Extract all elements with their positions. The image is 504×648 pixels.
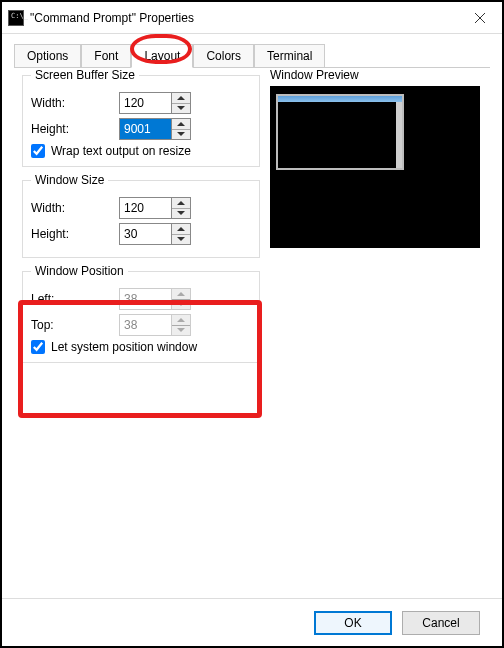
checkbox-auto-position[interactable]: Let system position window [31,340,251,354]
input-buffer-height[interactable] [119,118,171,140]
label-auto: Let system position window [51,340,197,354]
spinner-up-icon[interactable] [172,224,190,234]
tab-terminal[interactable]: Terminal [254,44,325,67]
spinner-buffer-height[interactable] [119,118,191,140]
checkbox-wrap-input[interactable] [31,144,45,158]
ok-button[interactable]: OK [314,611,392,635]
input-buffer-width[interactable] [119,92,171,114]
command-prompt-icon [8,10,24,26]
close-button[interactable] [458,2,502,33]
cancel-button[interactable]: Cancel [402,611,480,635]
input-winsize-height[interactable] [119,223,171,245]
label-winsize-height: Height: [31,227,119,241]
legend-winpos: Window Position [31,264,128,278]
spinner-up-icon[interactable] [172,119,190,129]
label-buffer-height: Height: [31,122,119,136]
spinner-down-icon[interactable] [172,129,190,140]
spinner-winpos-left [119,288,191,310]
group-window-position: Window Position Left: Top: [22,264,260,363]
preview-console-window [276,94,404,170]
input-winpos-top [119,314,171,336]
tab-options[interactable]: Options [14,44,81,67]
checkbox-auto-input[interactable] [31,340,45,354]
spinner-winpos-top [119,314,191,336]
legend-winsize: Window Size [31,173,108,187]
window-preview-group: Window Preview [270,68,480,248]
titlebar: "Command Prompt" Properties [2,2,502,34]
tab-font[interactable]: Font [81,44,131,67]
spinner-down-icon[interactable] [172,103,190,114]
label-winpos-top: Top: [31,318,119,332]
spinner-down-icon [172,325,190,336]
label-buffer-width: Width: [31,96,119,110]
spinner-down-icon[interactable] [172,234,190,245]
spinner-up-icon [172,289,190,299]
left-column: Screen Buffer Size Width: Height: [22,68,260,369]
group-screen-buffer-size: Screen Buffer Size Width: Height: [22,68,260,167]
tab-colors[interactable]: Colors [193,44,254,67]
spinner-up-icon [172,315,190,325]
group-window-size: Window Size Width: Height: [22,173,260,258]
label-winsize-width: Width: [31,201,119,215]
spinner-winsize-width[interactable] [119,197,191,219]
checkbox-wrap-text[interactable]: Wrap text output on resize [31,144,251,158]
spinner-down-icon [172,299,190,310]
window-title: "Command Prompt" Properties [30,11,458,25]
label-wrap: Wrap text output on resize [51,144,191,158]
tabstrip: Options Font Layout Colors Terminal [14,42,490,68]
input-winpos-left [119,288,171,310]
spinner-up-icon[interactable] [172,93,190,103]
preview-screen [270,86,480,248]
label-winpos-left: Left: [31,292,119,306]
input-winsize-width[interactable] [119,197,171,219]
spinner-down-icon[interactable] [172,208,190,219]
spinner-winsize-height[interactable] [119,223,191,245]
tab-layout[interactable]: Layout [131,44,193,68]
dialog-footer: OK Cancel [2,598,502,646]
legend-buffer: Screen Buffer Size [31,68,139,82]
spinner-up-icon[interactable] [172,198,190,208]
layout-page: Screen Buffer Size Width: Height: [14,68,490,594]
label-preview: Window Preview [270,68,480,82]
spinner-buffer-width[interactable] [119,92,191,114]
